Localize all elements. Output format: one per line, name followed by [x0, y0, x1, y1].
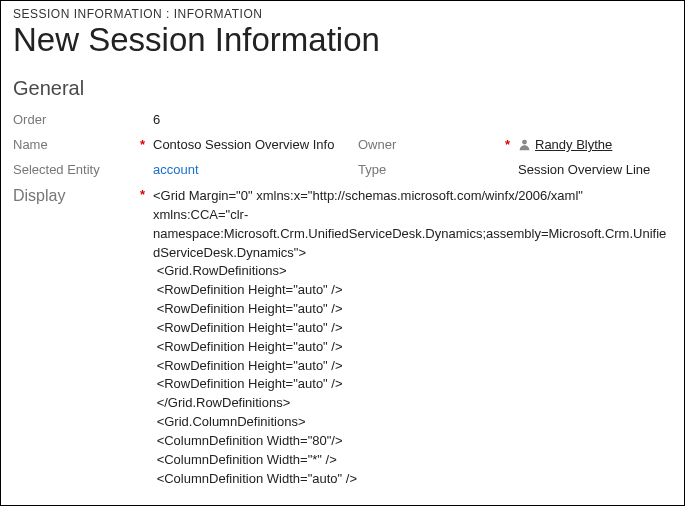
- type-label: Type: [358, 162, 386, 177]
- display-label: Display: [13, 187, 65, 205]
- order-label: Order: [13, 112, 46, 127]
- breadcrumb: SESSION INFORMATION : INFORMATION: [1, 1, 684, 21]
- row-order: Order 6: [13, 112, 672, 127]
- display-required-icon: *: [140, 187, 145, 202]
- name-required-icon: *: [140, 137, 145, 152]
- form-area: Order 6 Name * Contoso Session Overview …: [1, 112, 684, 487]
- page-title: New Session Information: [1, 21, 684, 77]
- selected-entity-label: Selected Entity: [13, 162, 100, 177]
- row-name-owner: Name * Contoso Session Overview Info Own…: [13, 137, 672, 152]
- name-value[interactable]: Contoso Session Overview Info: [153, 137, 358, 152]
- svg-point-0: [522, 140, 527, 145]
- type-value[interactable]: Session Overview Line: [518, 162, 650, 177]
- person-icon: [518, 138, 531, 151]
- row-display: Display * <Grid Margin="0" xmlns:x="http…: [13, 187, 672, 487]
- selected-entity-value[interactable]: account: [153, 162, 358, 177]
- display-value[interactable]: <Grid Margin="0" xmlns:x="http://schemas…: [153, 187, 672, 487]
- row-entity-type: Selected Entity account Type Session Ove…: [13, 162, 672, 177]
- section-general: General: [1, 77, 684, 112]
- order-value[interactable]: 6: [153, 112, 358, 127]
- owner-label: Owner: [358, 137, 396, 152]
- name-label: Name: [13, 137, 48, 152]
- owner-required-icon: *: [505, 137, 510, 152]
- owner-value[interactable]: Randy Blythe: [535, 137, 612, 152]
